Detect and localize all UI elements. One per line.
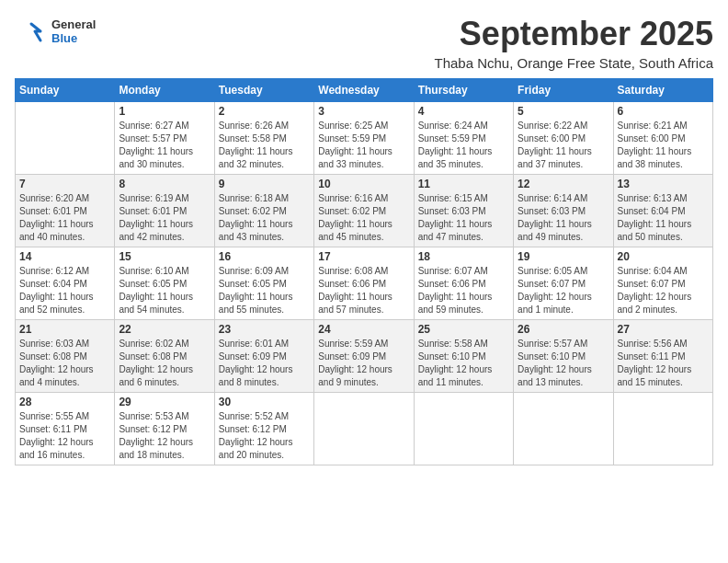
day-info: Sunrise: 6:15 AM Sunset: 6:03 PM Dayligh… — [418, 192, 509, 244]
calendar-cell — [613, 393, 712, 465]
day-info: Sunrise: 6:04 AM Sunset: 6:07 PM Dayligh… — [618, 265, 709, 316]
calendar-cell: 2Sunrise: 6:26 AM Sunset: 5:58 PM Daylig… — [214, 102, 313, 175]
calendar-cell: 3Sunrise: 6:25 AM Sunset: 5:59 PM Daylig… — [314, 102, 414, 175]
day-number: 21 — [19, 323, 110, 336]
day-info: Sunrise: 6:07 AM Sunset: 6:06 PM Dayligh… — [418, 265, 509, 316]
day-info: Sunrise: 6:16 AM Sunset: 6:02 PM Dayligh… — [318, 192, 409, 244]
calendar-cell: 11Sunrise: 6:15 AM Sunset: 6:03 PM Dayli… — [414, 175, 513, 247]
day-number: 26 — [518, 323, 609, 336]
day-info: Sunrise: 6:18 AM Sunset: 6:02 PM Dayligh… — [219, 192, 310, 244]
day-number: 23 — [219, 323, 310, 336]
calendar-cell: 7Sunrise: 6:20 AM Sunset: 6:01 PM Daylig… — [16, 175, 115, 247]
day-info: Sunrise: 6:19 AM Sunset: 6:01 PM Dayligh… — [119, 192, 210, 244]
calendar-cell: 6Sunrise: 6:21 AM Sunset: 6:00 PM Daylig… — [613, 102, 712, 175]
calendar-cell: 21Sunrise: 6:03 AM Sunset: 6:08 PM Dayli… — [16, 320, 115, 393]
day-number: 1 — [119, 105, 210, 118]
calendar-cell: 12Sunrise: 6:14 AM Sunset: 6:03 PM Dayli… — [514, 175, 613, 247]
day-number: 14 — [19, 250, 110, 263]
calendar-week-row: 21Sunrise: 6:03 AM Sunset: 6:08 PM Dayli… — [16, 320, 713, 393]
header-sunday: Sunday — [16, 79, 115, 102]
day-info: Sunrise: 6:13 AM Sunset: 6:04 PM Dayligh… — [618, 192, 709, 244]
day-info: Sunrise: 6:26 AM Sunset: 5:58 PM Dayligh… — [219, 120, 310, 171]
day-info: Sunrise: 5:56 AM Sunset: 6:11 PM Dayligh… — [618, 338, 709, 389]
calendar-cell — [314, 393, 414, 465]
logo-general: General — [51, 17, 96, 31]
calendar-cell: 18Sunrise: 6:07 AM Sunset: 6:06 PM Dayli… — [414, 247, 513, 320]
header-friday: Friday — [514, 79, 613, 102]
header-thursday: Thursday — [414, 79, 513, 102]
day-info: Sunrise: 6:01 AM Sunset: 6:09 PM Dayligh… — [219, 338, 310, 389]
day-number: 4 — [418, 105, 509, 118]
calendar-title: September 2025 — [434, 15, 713, 53]
header-saturday: Saturday — [613, 79, 712, 102]
svg-rect-0 — [15, 15, 48, 48]
calendar-cell: 28Sunrise: 5:55 AM Sunset: 6:11 PM Dayli… — [16, 393, 115, 465]
calendar-week-row: 28Sunrise: 5:55 AM Sunset: 6:11 PM Dayli… — [16, 393, 713, 465]
day-number: 12 — [518, 178, 609, 190]
calendar-cell — [16, 102, 115, 175]
day-info: Sunrise: 6:25 AM Sunset: 5:59 PM Dayligh… — [318, 120, 409, 171]
day-number: 11 — [418, 178, 509, 190]
day-info: Sunrise: 5:53 AM Sunset: 6:12 PM Dayligh… — [119, 410, 210, 462]
day-number: 18 — [418, 250, 509, 263]
calendar-cell — [414, 393, 513, 465]
calendar-subtitle: Thaba Nchu, Orange Free State, South Afr… — [434, 55, 713, 71]
day-number: 29 — [119, 396, 210, 408]
calendar-cell: 29Sunrise: 5:53 AM Sunset: 6:12 PM Dayli… — [115, 393, 214, 465]
calendar-header-row: SundayMondayTuesdayWednesdayThursdayFrid… — [16, 79, 713, 102]
calendar-cell: 27Sunrise: 5:56 AM Sunset: 6:11 PM Dayli… — [613, 320, 712, 393]
calendar-cell: 23Sunrise: 6:01 AM Sunset: 6:09 PM Dayli… — [214, 320, 313, 393]
logo-icon — [15, 15, 48, 48]
calendar-week-row: 7Sunrise: 6:20 AM Sunset: 6:01 PM Daylig… — [16, 175, 713, 247]
day-info: Sunrise: 6:20 AM Sunset: 6:01 PM Dayligh… — [19, 192, 110, 244]
day-number: 5 — [518, 105, 609, 118]
calendar-cell: 16Sunrise: 6:09 AM Sunset: 6:05 PM Dayli… — [214, 247, 313, 320]
calendar-cell: 17Sunrise: 6:08 AM Sunset: 6:06 PM Dayli… — [314, 247, 414, 320]
day-info: Sunrise: 6:22 AM Sunset: 6:00 PM Dayligh… — [518, 120, 609, 171]
calendar-cell: 9Sunrise: 6:18 AM Sunset: 6:02 PM Daylig… — [214, 175, 313, 247]
calendar-cell: 30Sunrise: 5:52 AM Sunset: 6:12 PM Dayli… — [214, 393, 313, 465]
day-number: 28 — [19, 396, 110, 408]
day-number: 9 — [219, 178, 310, 190]
day-number: 24 — [318, 323, 409, 336]
day-number: 22 — [119, 323, 210, 336]
day-info: Sunrise: 5:59 AM Sunset: 6:09 PM Dayligh… — [318, 338, 409, 389]
header-tuesday: Tuesday — [214, 79, 313, 102]
day-number: 16 — [219, 250, 310, 263]
day-number: 20 — [618, 250, 709, 263]
calendar-cell: 10Sunrise: 6:16 AM Sunset: 6:02 PM Dayli… — [314, 175, 414, 247]
calendar-cell: 25Sunrise: 5:58 AM Sunset: 6:10 PM Dayli… — [414, 320, 513, 393]
calendar-week-row: 1Sunrise: 6:27 AM Sunset: 5:57 PM Daylig… — [16, 102, 713, 175]
day-info: Sunrise: 6:24 AM Sunset: 5:59 PM Dayligh… — [418, 120, 509, 171]
title-section: September 2025 Thaba Nchu, Orange Free S… — [434, 15, 713, 71]
day-info: Sunrise: 5:55 AM Sunset: 6:11 PM Dayligh… — [19, 410, 110, 462]
day-info: Sunrise: 6:09 AM Sunset: 6:05 PM Dayligh… — [219, 265, 310, 316]
calendar-cell: 14Sunrise: 6:12 AM Sunset: 6:04 PM Dayli… — [16, 247, 115, 320]
calendar-cell: 24Sunrise: 5:59 AM Sunset: 6:09 PM Dayli… — [314, 320, 414, 393]
calendar-cell: 13Sunrise: 6:13 AM Sunset: 6:04 PM Dayli… — [613, 175, 712, 247]
day-number: 30 — [219, 396, 310, 408]
day-info: Sunrise: 6:27 AM Sunset: 5:57 PM Dayligh… — [119, 120, 210, 171]
calendar-cell: 19Sunrise: 6:05 AM Sunset: 6:07 PM Dayli… — [514, 247, 613, 320]
calendar-cell: 5Sunrise: 6:22 AM Sunset: 6:00 PM Daylig… — [514, 102, 613, 175]
header-monday: Monday — [115, 79, 214, 102]
logo: General Blue — [15, 15, 96, 48]
day-info: Sunrise: 5:58 AM Sunset: 6:10 PM Dayligh… — [418, 338, 509, 389]
calendar-cell: 15Sunrise: 6:10 AM Sunset: 6:05 PM Dayli… — [115, 247, 214, 320]
day-number: 19 — [518, 250, 609, 263]
day-info: Sunrise: 6:05 AM Sunset: 6:07 PM Dayligh… — [518, 265, 609, 316]
day-info: Sunrise: 5:57 AM Sunset: 6:10 PM Dayligh… — [518, 338, 609, 389]
header-wednesday: Wednesday — [314, 79, 414, 102]
day-number: 17 — [318, 250, 409, 263]
calendar-week-row: 14Sunrise: 6:12 AM Sunset: 6:04 PM Dayli… — [16, 247, 713, 320]
day-number: 6 — [618, 105, 709, 118]
calendar-cell: 8Sunrise: 6:19 AM Sunset: 6:01 PM Daylig… — [115, 175, 214, 247]
calendar-cell: 4Sunrise: 6:24 AM Sunset: 5:59 PM Daylig… — [414, 102, 513, 175]
page-header: General Blue September 2025 Thaba Nchu, … — [15, 15, 713, 71]
day-info: Sunrise: 6:12 AM Sunset: 6:04 PM Dayligh… — [19, 265, 110, 316]
day-number: 27 — [618, 323, 709, 336]
day-number: 10 — [318, 178, 409, 190]
logo-blue: Blue — [51, 31, 96, 45]
day-number: 2 — [219, 105, 310, 118]
day-number: 7 — [19, 178, 110, 190]
